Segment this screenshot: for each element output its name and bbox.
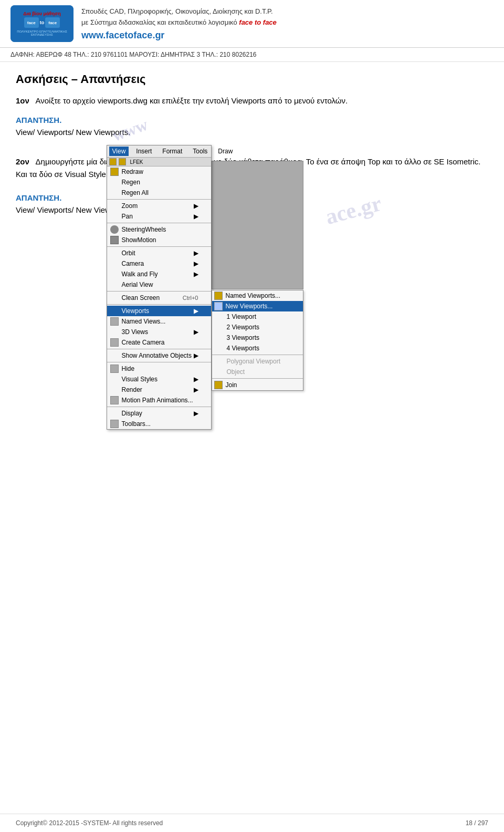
- motionpath-icon: [110, 396, 119, 404]
- submenu-named-viewports[interactable]: Named Viewports...: [212, 290, 303, 301]
- sep6: [107, 349, 211, 349]
- sep4: [107, 291, 211, 292]
- dropdown-list: Redraw Regen Regen All Zoom▶ Pan▶ Steeri…: [107, 167, 211, 429]
- exercise1-body: Ανοίξτε το αρχείο viewports.dwg και επιλ…: [36, 96, 348, 105]
- menu-item-3dviews[interactable]: 3D Views▶: [107, 327, 211, 337]
- exercise1-number: 1ον: [16, 96, 29, 105]
- submenu-polygonal: Polygonal Viewport: [212, 356, 303, 367]
- submenu-object: Object: [212, 367, 303, 377]
- page-title: Ασκήσεις – Απαντήσεις: [16, 72, 488, 86]
- logo-area: Δια βίου μάθηση face to face ΠΟΛΥΚΕΝΤΡΟ …: [10, 5, 74, 42]
- viewport-background: [212, 161, 303, 289]
- sep5: [107, 304, 211, 305]
- header-tagline2: με Σύστημα διδασκαλίας και εκπαιδευτικό …: [81, 17, 494, 28]
- header: Δια βίου μάθηση face to face ΠΟΛΥΚΕΝΤΡΟ …: [0, 0, 504, 48]
- menu-item-viewports[interactable]: Viewports▶: [107, 306, 211, 316]
- menu-window: View Insert Format Tools Draw LFEK: [107, 145, 212, 430]
- menu-item-orbit[interactable]: Orbit▶: [107, 248, 211, 258]
- answer1-label: ΑΠΑΝΤΗΣΗ.: [16, 116, 488, 124]
- createcamera-icon: [110, 338, 119, 347]
- menu-item-toolbars[interactable]: Toolbars...: [107, 419, 211, 429]
- toolbar-strip: LFEK: [107, 158, 211, 167]
- menu-item-zoom[interactable]: Zoom▶: [107, 201, 211, 211]
- menu-bar-draw[interactable]: Draw: [215, 147, 236, 156]
- menu-item-createcamera[interactable]: Create Camera: [107, 337, 211, 348]
- contact-line: ΔΑΦΝΗ: ΑΒΕΡΩΦ 48 ΤΗΛ.: 210 9761101 ΜΑΡΟΥ…: [10, 51, 257, 58]
- menu-item-regen[interactable]: Regen: [107, 177, 211, 188]
- footer: Copyright© 2012-2015 -SYSTEM- All rights…: [0, 814, 504, 832]
- named-vp-icon: [214, 292, 223, 300]
- join-icon: [214, 381, 223, 389]
- menu-item-redraw[interactable]: Redraw: [107, 167, 211, 177]
- viewports-submenu-panel: Named Viewports... New Viewports... 1 Vi…: [212, 290, 303, 391]
- menu-bar-view[interactable]: View: [109, 147, 129, 156]
- namedviews-icon: [110, 317, 119, 326]
- sub-sep2: [212, 378, 303, 379]
- sep7: [107, 362, 211, 362]
- lfek-label: LFEK: [130, 159, 143, 165]
- sep8: [107, 407, 211, 407]
- sep1: [107, 199, 211, 200]
- new-vp-icon: [214, 302, 223, 310]
- menu-item-namedviews[interactable]: Named Views...: [107, 316, 211, 327]
- header-url[interactable]: www.facetoface.gr: [81, 30, 494, 41]
- toolbar-icon2: [119, 158, 126, 165]
- sub-sep1: [212, 355, 303, 355]
- footer-page: 18 / 297: [466, 819, 488, 827]
- submenu-2viewports[interactable]: 2 Viewports: [212, 322, 303, 332]
- steeringwheels-icon: [110, 225, 119, 234]
- header-tagline1: Σπουδές CAD, Πληροφορικής, Οικονομίας, Δ…: [81, 6, 494, 17]
- logo-image: Δια βίου μάθηση face to face ΠΟΛΥΚΕΝΤΡΟ …: [10, 5, 74, 42]
- toolbar-icon1: [109, 158, 117, 165]
- hide-icon: [110, 365, 119, 373]
- showmotion-icon: [110, 236, 119, 244]
- contact-info: ΔΑΦΝΗ: ΑΒΕΡΩΦ 48 ΤΗΛ.: 210 9761101 ΜΑΡΟΥ…: [0, 48, 504, 62]
- menu-bar: View Insert Format Tools Draw: [107, 145, 211, 158]
- menu-bar-insert[interactable]: Insert: [133, 147, 155, 156]
- menu-item-steeringwheels[interactable]: SteeringWheels: [107, 224, 211, 235]
- menu-bar-tools[interactable]: Tools: [190, 147, 211, 156]
- menu-item-walkfly[interactable]: Walk and Fly▶: [107, 269, 211, 279]
- menu-item-aerialview[interactable]: Aerial View: [107, 279, 211, 290]
- submenu-3viewports[interactable]: 3 Viewports: [212, 332, 303, 343]
- exercise2-number: 2ον: [16, 157, 29, 166]
- menu-item-camera[interactable]: Camera▶: [107, 258, 211, 269]
- header-brand: face to face: [239, 18, 277, 26]
- redraw-icon: [110, 168, 119, 176]
- toolbars-icon: [110, 420, 119, 428]
- menu-item-pan[interactable]: Pan▶: [107, 211, 211, 222]
- footer-copyright: Copyright© 2012-2015 -SYSTEM- All rights…: [16, 819, 163, 827]
- menu-item-motionpath[interactable]: Motion Path Animations...: [107, 395, 211, 405]
- answer1-path: View/ Viewports/ New Viewports.: [16, 128, 488, 137]
- main-content: Ασκήσεις – Απαντήσεις 1ον Ανοίξτε το αρχ…: [0, 62, 504, 233]
- menu-item-display[interactable]: Display▶: [107, 408, 211, 419]
- submenu-join[interactable]: Join: [212, 380, 303, 390]
- exercise1-text: 1ον Ανοίξτε το αρχείο viewports.dwg και …: [16, 95, 488, 107]
- submenu-1viewport[interactable]: 1 Viewport: [212, 311, 303, 322]
- header-text: Σπουδές CAD, Πληροφορικής, Οικονομίας, Δ…: [74, 6, 494, 41]
- submenu-new-viewports[interactable]: New Viewports...: [212, 301, 303, 311]
- menu-item-showmotion[interactable]: ShowMotion: [107, 235, 211, 245]
- menu-item-regenall[interactable]: Regen All: [107, 188, 211, 198]
- menu-item-cleanscreen[interactable]: Clean ScreenCtrl+0: [107, 293, 211, 303]
- menu-bar-format[interactable]: Format: [159, 147, 185, 156]
- menu-item-render[interactable]: Render▶: [107, 384, 211, 395]
- menu-item-hide[interactable]: Hide: [107, 363, 211, 374]
- submenu-4viewports[interactable]: 4 Viewports: [212, 343, 303, 353]
- menu-item-showannotative[interactable]: Show Annotative Objects▶: [107, 350, 211, 361]
- sep2: [107, 223, 211, 223]
- menu-item-visualstyles[interactable]: Visual Styles▶: [107, 374, 211, 384]
- sep3: [107, 246, 211, 247]
